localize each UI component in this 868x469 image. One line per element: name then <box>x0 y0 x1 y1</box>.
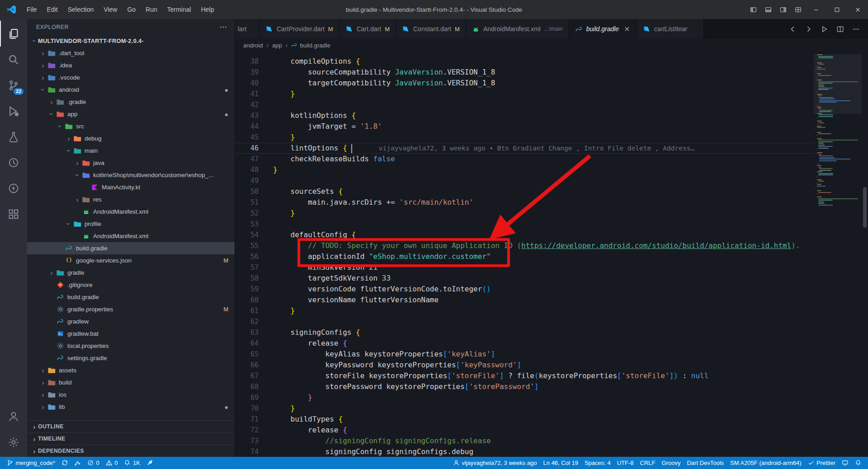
code-line[interactable]: 65 keyAlias keystoreProperties['keyAlias… <box>235 349 814 360</box>
tree-item-build[interactable]: ›build <box>27 376 235 389</box>
status-sync[interactable] <box>58 457 71 469</box>
navigate-forward-button[interactable] <box>802 22 815 36</box>
code-line[interactable]: 40 targetCompatibility JavaVersion.VERSI… <box>235 78 814 89</box>
tree-item-android[interactable]: ›android● <box>27 84 235 96</box>
tree-item-mainactivity.kt[interactable]: MainActivity.kt <box>27 181 235 193</box>
code-line[interactable]: 39 sourceCompatibility JavaVersion.VERSI… <box>235 67 814 78</box>
code-line[interactable]: 46 lintOptions {vijayvaghela72, 3 weeks … <box>235 143 814 154</box>
explorer-more-actions-icon[interactable] <box>219 23 227 31</box>
tree-item-app[interactable]: ›app● <box>27 108 235 120</box>
status-launch[interactable] <box>143 457 156 469</box>
code-line[interactable]: 73 //signingConfig signingConfigs.releas… <box>235 436 814 446</box>
tree-item-gradle.properties[interactable]: gradle.propertiesM <box>27 303 235 315</box>
tab-constant.dart[interactable]: Constant.dartM <box>396 19 466 39</box>
tree-item-androidmanifest.xml[interactable]: AndroidManifest.xml <box>27 206 235 218</box>
activity-item-settings[interactable] <box>0 429 27 455</box>
panel-right-button[interactable] <box>776 0 791 19</box>
tree-item-.dart-tool[interactable]: ›.dart_tool <box>27 47 235 59</box>
status-dart-devtools[interactable]: Dart DevTools <box>684 457 727 469</box>
menu-help[interactable]: Help <box>196 0 219 19</box>
activity-item-source-control[interactable]: 22 <box>0 72 27 98</box>
code-line[interactable]: 72 release { <box>235 425 814 436</box>
status-language-mode[interactable]: Groovy <box>659 457 684 469</box>
tab-cartlistitear[interactable]: cartListItear <box>637 19 704 39</box>
tree-item-lib[interactable]: ›lib● <box>27 401 235 413</box>
run-file-button[interactable] <box>817 22 831 36</box>
activity-item-thunder-client[interactable] <box>0 175 27 201</box>
tree-item-multivendor-startt-from-2.0.4-[interactable]: ›MULTIVENDOR-STARTT-FROM-2.0.4- <box>27 35 235 47</box>
tree-item-res[interactable]: ›res <box>27 193 235 206</box>
code-line[interactable]: 66 keyPassword keystoreProperties['keyPa… <box>235 360 814 371</box>
code-line[interactable]: 59 versionCode flutterVersionCode.toInte… <box>235 284 814 295</box>
tree-item-androidmanifest.xml[interactable]: AndroidManifest.xml <box>27 230 235 242</box>
menu-file[interactable]: File <box>22 0 42 19</box>
status-git-branch[interactable]: merging_code* <box>4 457 58 469</box>
code-line[interactable]: 68 storePassword keystoreProperties['sto… <box>235 381 814 392</box>
activity-item-accounts[interactable] <box>0 403 27 429</box>
tree-item-build.gradle[interactable]: build.gradle <box>27 291 235 303</box>
code-line[interactable]: 47 checkReleaseBuilds false <box>235 154 814 164</box>
status-feedback[interactable] <box>839 457 852 469</box>
status-warnings[interactable]: 0 <box>103 457 121 469</box>
activity-item-explorer[interactable] <box>0 21 27 47</box>
status-cursor-position[interactable]: Ln 46, Col 19 <box>540 457 581 469</box>
code-line[interactable]: 38 compileOptions { <box>235 56 814 67</box>
panel-bottom-button[interactable] <box>761 0 776 19</box>
status-notifications[interactable] <box>852 457 865 469</box>
scrollbar-thumb[interactable] <box>863 187 867 228</box>
code-line[interactable]: 42 <box>235 99 814 110</box>
tree-item-.gitignore[interactable]: .gitignore <box>27 279 235 291</box>
tree-item-google-services.json[interactable]: google-services.jsonM <box>27 254 235 267</box>
activity-item-testing[interactable] <box>0 124 27 150</box>
tree-item-ios[interactable]: ›ios <box>27 389 235 401</box>
tree-item-.idea[interactable]: ›.idea <box>27 59 235 71</box>
status-encoding[interactable]: UTF-8 <box>614 457 637 469</box>
panel-left-button[interactable] <box>746 0 761 19</box>
breadcrumb-item-build.gradle[interactable]: build.gradle <box>291 42 330 49</box>
code-line[interactable]: 52 } <box>235 208 814 219</box>
tree-item-assets[interactable]: ›assets <box>27 364 235 376</box>
section-outline[interactable]: ›OUTLINE <box>27 420 235 432</box>
status-blame-author[interactable]: vijayvaghela72, 3 weeks ago <box>450 457 540 469</box>
code-line[interactable]: 62 <box>235 316 814 327</box>
status-device[interactable]: SM A205F (android-arm64) <box>727 457 805 469</box>
breadcrumb-item-app[interactable]: app <box>272 42 282 49</box>
tree-item-settings.gradle[interactable]: settings.gradle <box>27 352 235 364</box>
close-icon[interactable] <box>623 25 631 33</box>
status-git-graph[interactable] <box>71 457 84 469</box>
section-timeline[interactable]: ›TIMELINE <box>27 432 235 445</box>
tree-item-build.gradle[interactable]: build.gradle <box>27 242 235 254</box>
status-indentation[interactable]: Spaces: 4 <box>581 457 614 469</box>
code-line[interactable]: 54 defaultConfig { <box>235 230 814 240</box>
status-errors[interactable]: 0 <box>84 457 103 469</box>
tree-item-gradlew[interactable]: gradlew <box>27 315 235 328</box>
tree-item-kotlin-eshop-multivendor-customer-eshop-[interactable]: ›kotlin\eShop\multivendor\customer\eshop… <box>27 169 235 181</box>
tree-item-local.properties[interactable]: local.properties <box>27 340 235 352</box>
activity-item-search[interactable] <box>0 47 27 72</box>
status-counter[interactable]: 1K <box>121 457 143 469</box>
status-eol[interactable]: CRLF <box>637 457 659 469</box>
status-prettier[interactable]: Prettier <box>805 457 839 469</box>
code-editor[interactable]: 38 compileOptions {39 sourceCompatibilit… <box>235 52 814 457</box>
code-line[interactable]: 61 } <box>235 305 814 316</box>
vertical-scrollbar[interactable] <box>862 52 868 457</box>
menu-go[interactable]: Go <box>122 0 141 19</box>
code-line[interactable]: 64 release { <box>235 338 814 349</box>
code-line[interactable]: 50 sourceSets { <box>235 186 814 197</box>
activity-item-extensions[interactable] <box>0 201 27 227</box>
tree-item-profile[interactable]: ›profile <box>27 218 235 230</box>
menu-terminal[interactable]: Terminal <box>162 0 196 19</box>
tab-cart.dart[interactable]: Cart.dartM <box>340 19 396 39</box>
menu-edit[interactable]: Edit <box>42 0 63 19</box>
code-line[interactable]: 71 buildTypes { <box>235 414 814 425</box>
code-line[interactable]: 43 kotlinOptions { <box>235 110 814 121</box>
code-line[interactable]: 74 signingConfig signingConfigs.debug <box>235 446 814 457</box>
tree-item-.vscode[interactable]: ›.vscode <box>27 71 235 84</box>
menu-view[interactable]: View <box>99 0 122 19</box>
code-line[interactable]: 63 signingConfigs { <box>235 327 814 338</box>
code-line[interactable]: 55 // TODO: Specify your own unique Appl… <box>235 240 814 251</box>
tab-cartprovider.dart[interactable]: CartProvider.dartM <box>259 19 340 39</box>
code-line[interactable]: 69 } <box>235 392 814 403</box>
layout-grid-button[interactable] <box>791 0 806 19</box>
code-line[interactable]: 58 targetSdkVersion 33 <box>235 273 814 284</box>
